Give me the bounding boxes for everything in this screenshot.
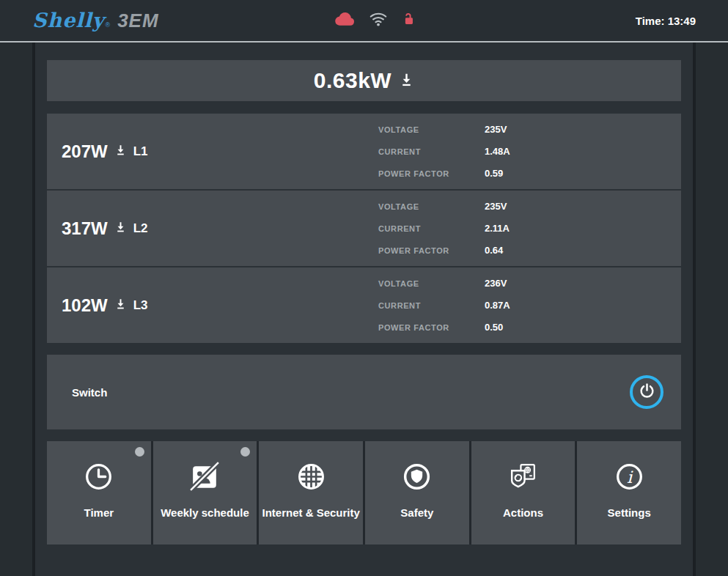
tile-label: Settings bbox=[605, 506, 654, 520]
voltage-label: VOLTAGE bbox=[378, 125, 485, 134]
current-value: 2.11A bbox=[485, 223, 636, 234]
info-icon: i bbox=[612, 459, 647, 494]
phase-name: L2 bbox=[133, 221, 148, 236]
power-import-icon bbox=[114, 298, 127, 313]
phase-name: L3 bbox=[133, 298, 148, 313]
status-icons bbox=[115, 8, 636, 33]
globe-icon bbox=[294, 459, 328, 494]
tile-safety[interactable]: Safety bbox=[365, 441, 469, 544]
power-factor-label: POWER FACTOR bbox=[378, 323, 485, 332]
current-label: CURRENT bbox=[378, 224, 485, 233]
registered-mark: ® bbox=[106, 21, 111, 29]
cloud-icon bbox=[334, 8, 356, 33]
tile-label: Timer bbox=[81, 506, 117, 520]
power-icon bbox=[639, 383, 655, 402]
phase-power-value: 207W bbox=[62, 141, 108, 162]
voltage-label: VOLTAGE bbox=[378, 202, 485, 211]
phase-power-value: 102W bbox=[62, 295, 108, 316]
tile-actions[interactable]: Actions bbox=[471, 441, 576, 544]
logo-brand-text: Shelly bbox=[32, 9, 105, 32]
shield-icon bbox=[400, 459, 434, 494]
lock-open-icon bbox=[400, 11, 416, 30]
svg-text:i: i bbox=[627, 467, 633, 486]
total-power-card: 0.63kW bbox=[47, 60, 681, 101]
voltage-label: VOLTAGE bbox=[378, 279, 485, 288]
tile-timer[interactable]: Timer bbox=[47, 441, 151, 544]
total-power-value: 0.63kW bbox=[314, 68, 391, 93]
phase-list: 207W L1 VOLTAGE 235V CURRENT 1.48A POWER… bbox=[47, 114, 681, 343]
tile-settings[interactable]: i Settings bbox=[577, 441, 681, 544]
phase-name: L1 bbox=[133, 144, 148, 159]
phase-row-l1: 207W L1 VOLTAGE 235V CURRENT 1.48A POWER… bbox=[47, 114, 681, 189]
power-factor-value: 0.50 bbox=[485, 322, 636, 333]
power-factor-value: 0.59 bbox=[485, 168, 636, 179]
power-import-icon bbox=[399, 72, 414, 90]
main-panel: 0.63kW 207W L1 VOLTAGE 235V CURRENT 1.48… bbox=[32, 43, 696, 576]
current-value: 0.87A bbox=[485, 300, 636, 311]
power-import-icon bbox=[114, 144, 127, 159]
device-time: Time: 13:49 bbox=[636, 15, 696, 27]
tile-internet-security[interactable]: Internet & Security bbox=[259, 441, 363, 544]
current-label: CURRENT bbox=[378, 301, 485, 310]
power-toggle-button[interactable] bbox=[630, 375, 663, 409]
notification-dot bbox=[240, 447, 250, 457]
power-import-icon bbox=[114, 221, 127, 236]
tile-label: Weekly schedule bbox=[158, 506, 252, 520]
switch-card: Switch bbox=[47, 355, 681, 429]
voltage-value: 235V bbox=[485, 201, 636, 212]
timer-clock-icon bbox=[81, 459, 116, 494]
switch-label: Switch bbox=[72, 386, 107, 399]
app-header: Shelly® 3EM Time: 13:49 bbox=[0, 0, 728, 41]
current-value: 1.48A bbox=[485, 146, 636, 157]
phase-row-l2: 317W L2 VOLTAGE 235V CURRENT 2.11A POWER… bbox=[47, 191, 681, 266]
wifi-icon bbox=[369, 10, 388, 32]
notification-dot bbox=[135, 447, 144, 457]
power-factor-label: POWER FACTOR bbox=[378, 246, 485, 255]
tile-label: Safety bbox=[397, 506, 436, 520]
current-label: CURRENT bbox=[378, 147, 485, 156]
weekly-schedule-icon bbox=[188, 459, 222, 494]
phase-power-value: 317W bbox=[62, 218, 108, 239]
power-factor-value: 0.64 bbox=[485, 245, 636, 256]
tile-label: Internet & Security bbox=[259, 506, 362, 520]
menu-grid: Timer Weekly schedule bbox=[47, 441, 681, 544]
voltage-value: 235V bbox=[485, 124, 636, 135]
tile-label: Actions bbox=[500, 506, 546, 520]
voltage-value: 236V bbox=[485, 278, 636, 289]
tile-weekly-schedule[interactable]: Weekly schedule bbox=[153, 441, 257, 544]
power-factor-label: POWER FACTOR bbox=[378, 169, 485, 178]
phase-row-l3: 102W L3 VOLTAGE 236V CURRENT 0.87A POWER… bbox=[47, 267, 681, 343]
actions-icon bbox=[506, 459, 540, 494]
